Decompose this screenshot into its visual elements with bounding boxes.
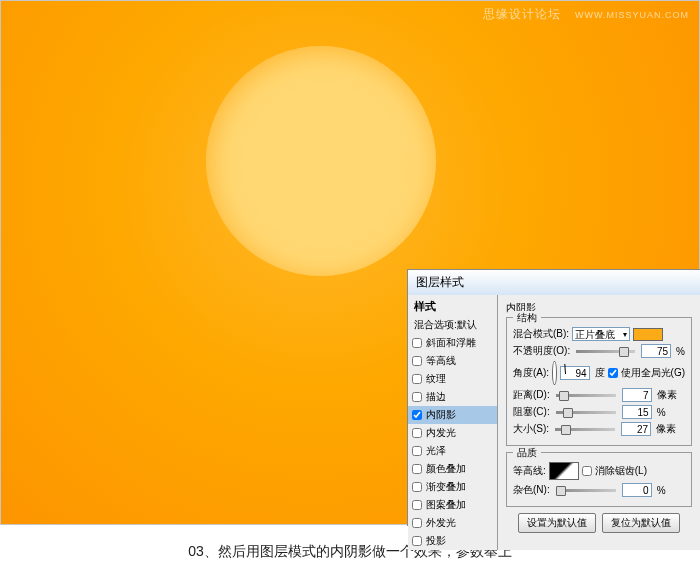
watermark: 思缘设计论坛 WWW.MISSYUAN.COM [483, 6, 689, 23]
noise-input[interactable] [622, 483, 652, 497]
style-texture[interactable]: 纹理 [408, 370, 497, 388]
checkbox-icon[interactable] [412, 392, 422, 402]
checkbox-icon[interactable] [412, 482, 422, 492]
size-input[interactable] [621, 422, 651, 436]
layer-style-dialog: 图层样式 样式 混合选项:默认 斜面和浮雕 等高线 纹理 描边 内阴影 内发光 … [407, 269, 700, 526]
blend-mode-select[interactable]: 正片叠底 [572, 327, 630, 341]
global-light-checkbox[interactable] [608, 368, 618, 378]
checkbox-icon[interactable] [412, 410, 422, 420]
antialias-label: 消除锯齿(L) [595, 464, 647, 478]
quality-legend: 品质 [513, 446, 541, 460]
choke-label: 阻塞(C): [513, 405, 550, 419]
canvas-preview: 思缘设计论坛 WWW.MISSYUAN.COM 图层样式 样式 混合选项:默认 … [0, 0, 700, 525]
checkbox-icon[interactable] [412, 518, 422, 528]
contour-picker[interactable] [549, 462, 579, 480]
checkbox-icon[interactable] [412, 500, 422, 510]
opacity-input[interactable] [641, 344, 671, 358]
px-unit: 像素 [657, 388, 677, 402]
watermark-site: WWW.MISSYUAN.COM [575, 10, 689, 20]
checkbox-icon[interactable] [412, 536, 422, 546]
styles-sidebar: 样式 混合选项:默认 斜面和浮雕 等高线 纹理 描边 内阴影 内发光 光泽 颜色… [408, 295, 498, 550]
checkbox-icon[interactable] [412, 374, 422, 384]
pct-unit: % [657, 485, 666, 496]
style-bevel-emboss[interactable]: 斜面和浮雕 [408, 334, 497, 352]
style-outer-glow[interactable]: 外发光 [408, 514, 497, 532]
pct-unit: % [657, 407, 666, 418]
contour-label: 等高线: [513, 464, 546, 478]
opacity-label: 不透明度(O): [513, 344, 570, 358]
distance-label: 距离(D): [513, 388, 550, 402]
px-unit: 像素 [656, 422, 676, 436]
reset-default-button[interactable]: 复位为默认值 [602, 513, 680, 533]
watermark-name: 思缘设计论坛 [483, 7, 561, 21]
choke-slider[interactable] [556, 411, 616, 414]
structure-legend: 结构 [513, 311, 541, 325]
checkbox-icon[interactable] [412, 446, 422, 456]
style-inner-glow[interactable]: 内发光 [408, 424, 497, 442]
antialias-checkbox[interactable] [582, 466, 592, 476]
noise-slider[interactable] [556, 489, 616, 492]
choke-input[interactable] [622, 405, 652, 419]
structure-group: 结构 混合模式(B): 正片叠底 不透明度(O): % [506, 317, 692, 446]
checkbox-icon[interactable] [412, 428, 422, 438]
style-drop-shadow[interactable]: 投影 [408, 532, 497, 550]
noise-label: 杂色(N): [513, 483, 550, 497]
quality-group: 品质 等高线: 消除锯齿(L) 杂色(N): % [506, 452, 692, 507]
checkbox-icon[interactable] [412, 338, 422, 348]
set-default-button[interactable]: 设置为默认值 [518, 513, 596, 533]
style-contour[interactable]: 等高线 [408, 352, 497, 370]
size-slider[interactable] [555, 428, 615, 431]
blend-mode-label: 混合模式(B): [513, 327, 569, 341]
opacity-slider[interactable] [576, 350, 635, 353]
blending-options-default[interactable]: 混合选项:默认 [408, 316, 497, 334]
painted-circle [206, 46, 436, 276]
style-satin[interactable]: 光泽 [408, 442, 497, 460]
dialog-title[interactable]: 图层样式 [408, 270, 700, 295]
style-color-overlay[interactable]: 颜色叠加 [408, 460, 497, 478]
style-pattern-overlay[interactable]: 图案叠加 [408, 496, 497, 514]
pct-unit: % [676, 346, 685, 357]
size-label: 大小(S): [513, 422, 549, 436]
distance-input[interactable] [622, 388, 652, 402]
angle-label: 角度(A): [513, 366, 549, 380]
sidebar-header[interactable]: 样式 [408, 295, 497, 316]
settings-panel: 内阴影 结构 混合模式(B): 正片叠底 不透明度(O): % [498, 295, 700, 550]
style-inner-shadow[interactable]: 内阴影 [408, 406, 497, 424]
style-stroke[interactable]: 描边 [408, 388, 497, 406]
degree-unit: 度 [595, 366, 605, 380]
checkbox-icon[interactable] [412, 464, 422, 474]
global-light-label: 使用全局光(G) [621, 366, 685, 380]
style-gradient-overlay[interactable]: 渐变叠加 [408, 478, 497, 496]
shadow-color-swatch[interactable] [633, 328, 663, 341]
distance-slider[interactable] [556, 394, 616, 397]
angle-dial[interactable] [552, 361, 556, 385]
checkbox-icon[interactable] [412, 356, 422, 366]
